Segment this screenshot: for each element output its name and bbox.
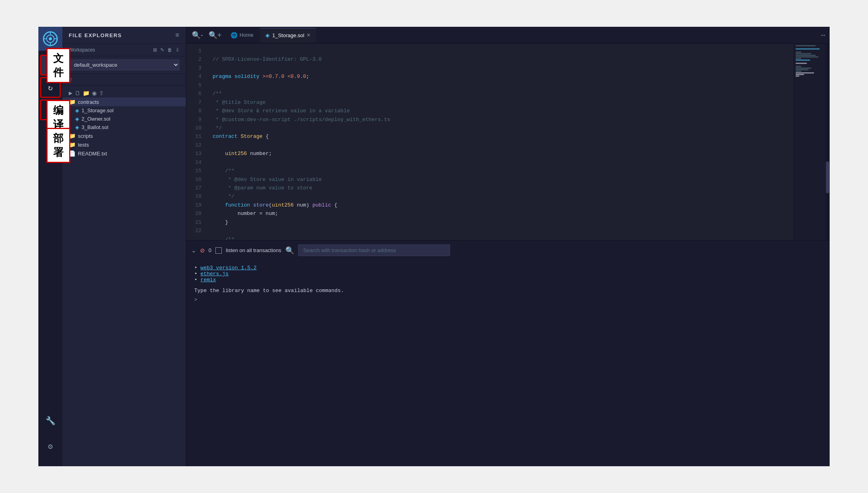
svg-point-2 [49,37,52,40]
tree-item-scripts[interactable]: 📁 scripts [62,131,186,140]
activity-icon-settings[interactable]: ⚙ [40,436,61,457]
minimap-line-17 [796,71,801,72]
line-5-content: /** [213,91,222,97]
line-num-6: 6 [186,89,201,98]
ethers-link[interactable]: ethers.js [201,271,229,277]
line-15-content: * @dev Store value in variable [213,177,322,183]
line-22-content: /** [213,237,235,240]
tree-item-readme[interactable]: 📄 README.txt [62,149,186,158]
edit-workspace-icon[interactable]: ✎ [160,47,164,53]
tree-item-contracts[interactable]: 📁 contracts [62,97,186,106]
line-14-content: /** [213,168,235,174]
minimap-line-19 [796,74,804,75]
minimap-line-8 [796,56,818,58]
tree-item-ballot[interactable]: ◈ 3_Ballot.sol [69,123,186,131]
github-btn[interactable]: ◉ [92,90,97,96]
expand-editor-button[interactable]: ↔ [820,32,826,39]
terminal-tip-text: Type the library name to see available c… [194,288,344,294]
terminal-collapse-button[interactable]: ⌄ [191,246,196,254]
sidebar-title: FILE EXPLORERS [69,32,122,38]
owner-filename: 2_Owner.sol [82,116,110,122]
line-num-15: 15 [186,167,201,175]
scripts-label: scripts [78,133,93,139]
editor-scrollbar[interactable] [826,44,830,240]
files-icon: ⊘ [48,60,53,70]
terminal-line-ethers: • ethers.js [194,271,822,277]
activity-icon-file-explorer[interactable]: ⊘ [40,55,61,76]
line-9-content: */ [213,125,222,131]
zoom-in-button[interactable]: 🔍+ [206,29,224,41]
upload2-icon[interactable]: ⇧ [69,76,73,83]
app-container: ⊘ ↻ ◆ 🔧 ⚙ 文件 编译 [38,27,830,466]
minimap-line-5 [796,52,801,53]
terminal-prompt-symbol: > [194,297,197,303]
terminal-search-icon: 🔍 [285,246,294,255]
tab-bar: 🔍- 🔍+ 🌐 Home ◈ 1_Storage.sol ✕ ↔ [186,27,830,44]
terminal-line-remix: • remix [194,277,822,283]
tree-root-row[interactable]: ▶ 🗋 📁 ◉ ⇧ [62,89,186,97]
home-tab-label: Home [240,32,254,38]
terminal-line-web3: • web3 version 1.5.2 [194,265,822,271]
minimap-content [794,44,826,79]
zoom-out-button[interactable]: 🔍- [189,29,205,41]
storage-filename: 1_Storage.sol [82,107,113,113]
wrench-icon: 🔧 [46,416,56,426]
tree-item-owner[interactable]: ◈ 2_Owner.sol [69,115,186,123]
scrollbar-thumb[interactable] [826,161,829,193]
sidebar-header: FILE EXPLORERS ≡ [62,27,186,44]
line-num-20: 20 [186,209,201,218]
remix-link[interactable]: remix [201,277,216,283]
minimap-line-20 [796,76,799,77]
line-17-content: */ [213,193,235,199]
upload-btn[interactable]: ⇧ [99,90,104,96]
new-folder-btn[interactable]: 📁 [83,90,90,96]
line-20-content: } [213,219,228,225]
line-num-12: 12 [186,141,201,149]
deploy-icon: ◆ [48,105,53,114]
activity-icon-compile[interactable]: ↻ [40,77,61,98]
upload-row: ⇧ [62,74,186,85]
listen-checkbox[interactable] [215,247,222,254]
delete-workspace-icon[interactable]: 🗑 [167,47,172,53]
line-16-content: * @param num value to store [213,185,313,191]
scripts-folder-icon: 📁 [69,133,76,139]
app-logo [38,27,62,51]
new-workspace-icon[interactable]: ⊞ [153,47,157,53]
line-num-4: 4 [186,72,201,81]
compile-icon: ↻ [48,83,53,93]
line-num-1: 1 [186,47,201,55]
minimap-line-9 [796,58,801,59]
contracts-children: ◈ 1_Storage.sol ◈ 2_Owner.sol ◈ 3_Ballot… [62,106,186,131]
settings-icon: ⚙ [48,441,53,451]
tab-storage-sol[interactable]: ◈ 1_Storage.sol ✕ [260,28,316,42]
web3-link[interactable]: web3 version 1.5.2 [201,265,257,271]
line-num-2: 2 [186,55,201,64]
tab-close-button[interactable]: ✕ [307,32,311,38]
tree-item-tests[interactable]: 📁 tests [62,140,186,149]
terminal-prompt-line[interactable]: > [194,297,822,303]
minimap-line-6 [796,53,811,54]
readme-label: README.txt [78,151,107,157]
clone-workspace-icon[interactable]: ⇩ [175,47,179,53]
sol-tab-icon: ◈ [265,32,270,38]
line-6-content: * @title Storage [213,99,266,105]
line-7-content: * @dev Store & retrieve value in a varia… [213,108,350,114]
tree-item-storage[interactable]: ◈ 1_Storage.sol [69,106,186,115]
sidebar-menu-icon[interactable]: ≡ [175,32,179,39]
new-file-btn[interactable]: 🗋 [75,90,80,96]
workspace-dropdown[interactable]: default_workspace [69,60,179,70]
code-content[interactable]: // SPDX-License-Identifier: GPL-3.0 prag… [206,44,794,240]
line-19-content: number = num; [213,211,278,217]
line-3-content: pragma solidity >=0.7.0 <0.9.0; [213,74,309,80]
transaction-search-input[interactable] [298,245,450,256]
terminal-count: 0 [209,247,211,253]
activity-icon-deploy[interactable]: ◆ [40,99,61,120]
line-num-13: 13 [186,149,201,158]
minimap-line-12 [796,63,807,64]
tab-home[interactable]: 🌐 Home [225,28,259,42]
activity-icon-wrench[interactable]: 🔧 [40,410,61,431]
minimap [794,44,826,240]
workspaces-label: Workspaces [69,47,95,53]
tree-expand-icon: ▶ [69,90,72,96]
ballot-filename: 3_Ballot.sol [82,124,108,130]
